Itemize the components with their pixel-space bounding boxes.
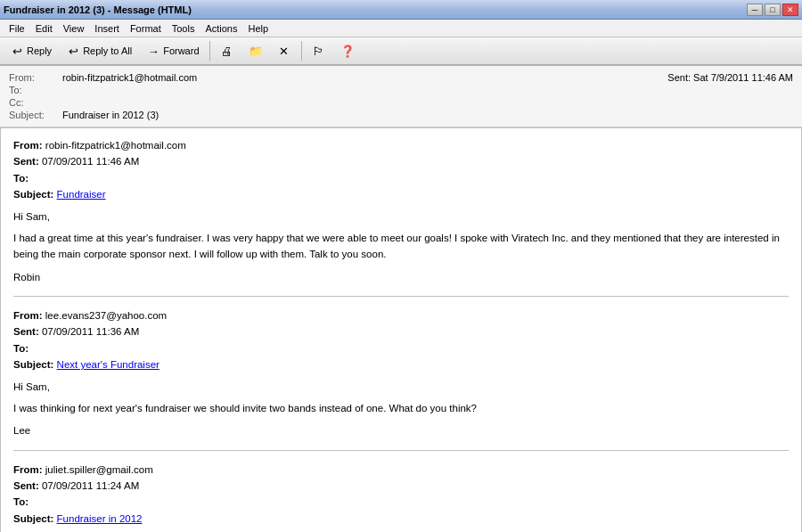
email-1-greeting: Hi Sam,	[13, 209, 789, 225]
cc-label: Cc:	[9, 97, 62, 108]
email-2-to: To:	[13, 340, 789, 356]
toolbar-separator-1	[209, 41, 210, 61]
help-button[interactable]: ❓	[334, 39, 361, 62]
divider-2	[13, 450, 789, 451]
email-3-subject: Subject: Fundraiser in 2012	[13, 511, 789, 527]
email-2-signature: Lee	[13, 423, 789, 438]
email-2-subject: Subject: Next year's Fundraiser	[13, 356, 789, 372]
email-1-body: I had a great time at this year's fundra…	[13, 230, 789, 263]
menu-view[interactable]: View	[58, 21, 90, 36]
email-body-container[interactable]: From: robin-fitzpatrick1@hotmail.com Sen…	[0, 127, 802, 532]
subject-label: Subject:	[9, 110, 62, 120]
email-3-from: From: juliet.spiller@gmail.com	[13, 462, 789, 478]
email-2-meta: From: lee.evans237@yahoo.com Sent: 07/09…	[13, 307, 789, 373]
forward-icon: →	[146, 44, 160, 58]
menu-tools[interactable]: Tools	[167, 21, 200, 36]
email-2-sent: Sent: 07/09/2011 11:36 AM	[13, 323, 789, 340]
toolbar: ↩ Reply ↩ Reply to All → Forward 🖨 📁 ✕ 🏳…	[0, 37, 802, 66]
window-controls: ─ □ ✕	[747, 4, 798, 16]
email-1-subject-link[interactable]: Fundraiser	[57, 189, 106, 200]
email-3-sent-value: 07/09/2011 11:24 AM	[42, 480, 139, 491]
email-1-to-label: To:	[13, 173, 29, 184]
email-1-sent: Sent: 07/09/2011 11:46 AM	[13, 153, 789, 169]
email-2-greeting: Hi Sam,	[13, 379, 789, 395]
email-3-meta: From: juliet.spiller@gmail.com Sent: 07/…	[13, 462, 789, 528]
email-1-subject: Subject: Fundraiser	[13, 186, 789, 202]
email-2-subject-link[interactable]: Next year's Fundraiser	[57, 359, 160, 370]
title-bar: Fundraiser in 2012 (3) - Message (HTML) …	[0, 0, 802, 20]
email-3-subject-link[interactable]: Fundraiser in 2012	[57, 513, 143, 524]
email-2-from: From: lee.evans237@yahoo.com	[13, 307, 789, 323]
subject-value: Fundraiser in 2012 (3)	[62, 110, 793, 120]
email-2-sent-label: Sent:	[13, 326, 39, 337]
reply-all-icon: ↩	[66, 44, 80, 58]
email-3-from-label: From:	[13, 464, 43, 475]
from-label: From:	[9, 72, 62, 83]
email-header: From: robin-fitzpatrick1@hotmail.com Sen…	[0, 66, 802, 127]
reply-icon: ↩	[10, 44, 24, 58]
email-3-subject-label: Subject:	[13, 513, 53, 524]
forward-label: Forward	[163, 45, 199, 56]
email-3-to: To:	[13, 494, 789, 510]
header-from-row: From: robin-fitzpatrick1@hotmail.com Sen…	[9, 71, 793, 84]
menu-edit[interactable]: Edit	[30, 21, 58, 36]
email-2: From: lee.evans237@yahoo.com Sent: 07/09…	[13, 307, 789, 439]
email-2-from-value: lee.evans237@yahoo.com	[45, 310, 167, 321]
flag-icon: 🏳	[312, 44, 326, 58]
email-3-from-value: juliet.spiller@gmail.com	[45, 464, 153, 475]
window-title: Fundraiser in 2012 (3) - Message (HTML)	[4, 4, 192, 15]
delete-button[interactable]: ✕	[271, 39, 298, 62]
menu-file[interactable]: File	[4, 21, 30, 36]
move-button[interactable]: 📁	[242, 39, 269, 62]
forward-button[interactable]: → Forward	[140, 39, 205, 62]
move-icon: 📁	[249, 44, 263, 58]
to-value	[62, 85, 793, 95]
reply-label: Reply	[27, 45, 52, 56]
menu-help[interactable]: Help	[242, 21, 274, 36]
sent-value: Sat 7/9/2011 11:46 AM	[693, 72, 793, 83]
email-3: From: juliet.spiller@gmail.com Sent: 07/…	[13, 462, 789, 532]
cc-value	[62, 97, 793, 108]
email-1-from: From: robin-fitzpatrick1@hotmail.com	[13, 137, 789, 153]
print-button[interactable]: 🖨	[214, 39, 241, 62]
header-cc-row: Cc:	[9, 96, 793, 109]
maximize-button[interactable]: □	[765, 4, 781, 16]
email-1-to: To:	[13, 170, 789, 186]
flag-button[interactable]: 🏳	[306, 39, 332, 62]
email-1-meta: From: robin-fitzpatrick1@hotmail.com Sen…	[13, 137, 789, 203]
email-1-subject-label: Subject:	[13, 189, 53, 200]
email-1-signature: Robin	[13, 270, 789, 285]
reply-button[interactable]: ↩ Reply	[4, 39, 58, 62]
email-2-from-label: From:	[13, 310, 43, 321]
email-2-body: I was thinking for next year's fundraise…	[13, 400, 789, 416]
sent-area: Sent: Sat 7/9/2011 11:46 AM	[667, 72, 793, 83]
help-icon: ❓	[340, 44, 355, 58]
email-3-sent-label: Sent:	[13, 480, 39, 491]
divider-1	[13, 296, 789, 297]
email-body: From: robin-fitzpatrick1@hotmail.com Sen…	[1, 128, 801, 532]
email-1-from-value: robin-fitzpatrick1@hotmail.com	[45, 140, 186, 151]
email-3-to-label: To:	[13, 496, 29, 507]
email-2-to-label: To:	[13, 343, 29, 354]
from-value: robin-fitzpatrick1@hotmail.com	[62, 72, 667, 83]
menu-format[interactable]: Format	[125, 21, 167, 36]
reply-all-label: Reply to All	[83, 45, 132, 56]
menu-insert[interactable]: Insert	[89, 21, 125, 36]
menu-bar: File Edit View Insert Format Tools Actio…	[0, 20, 802, 37]
minimize-button[interactable]: ─	[747, 4, 763, 16]
header-subject-row: Subject: Fundraiser in 2012 (3)	[9, 109, 793, 121]
menu-actions[interactable]: Actions	[200, 21, 242, 36]
delete-icon: ✕	[277, 44, 291, 58]
close-button[interactable]: ✕	[782, 4, 798, 16]
reply-all-button[interactable]: ↩ Reply to All	[60, 39, 138, 62]
sent-label: Sent:	[667, 72, 691, 83]
to-label: To:	[9, 85, 62, 95]
email-1-from-label: From:	[13, 140, 43, 151]
email-1: From: robin-fitzpatrick1@hotmail.com Sen…	[13, 137, 789, 285]
email-2-sent-value: 07/09/2011 11:36 AM	[42, 326, 139, 337]
email-1-sent-value: 07/09/2011 11:46 AM	[42, 156, 139, 167]
email-3-sent: Sent: 07/09/2011 11:24 AM	[13, 478, 789, 494]
email-2-subject-label: Subject:	[13, 359, 53, 370]
toolbar-separator-2	[301, 41, 302, 61]
email-1-sent-label: Sent:	[13, 156, 39, 167]
